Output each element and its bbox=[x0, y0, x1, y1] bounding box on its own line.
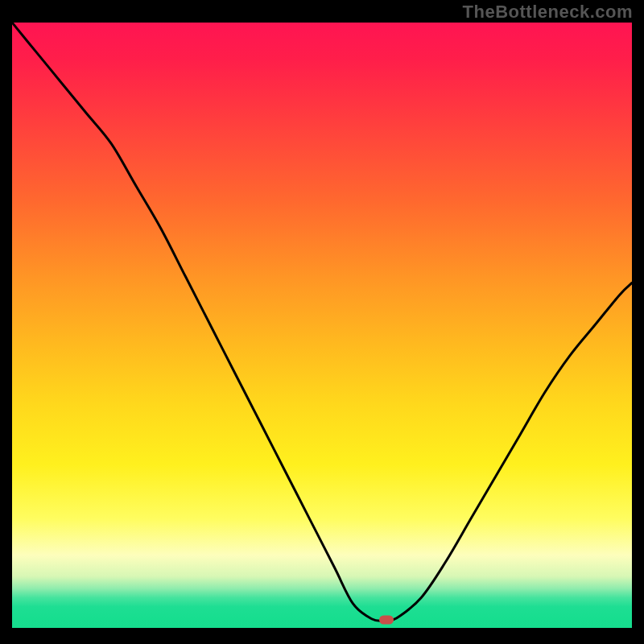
chart-frame: TheBottleneck.com bbox=[0, 0, 644, 644]
plot-area bbox=[12, 23, 632, 628]
min-marker bbox=[379, 616, 394, 625]
bottleneck-curve bbox=[12, 23, 632, 628]
source-watermark: TheBottleneck.com bbox=[463, 2, 633, 23]
